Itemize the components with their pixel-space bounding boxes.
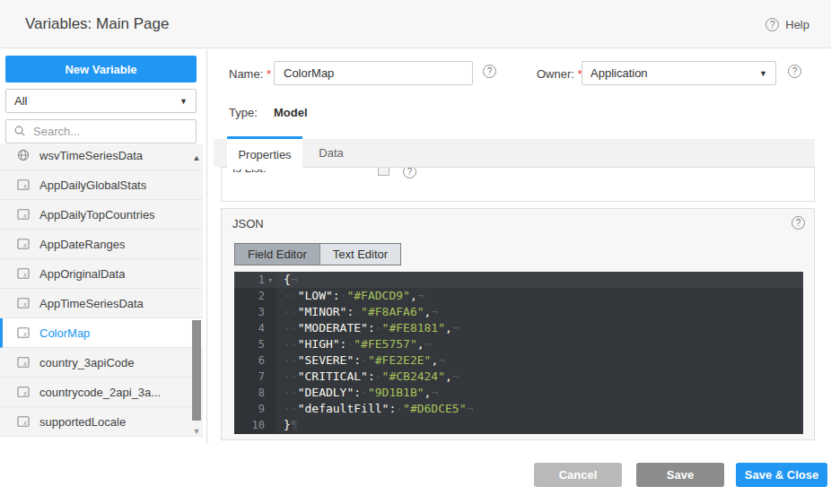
search-icon (13, 125, 28, 139)
code-line: 10}¶ (234, 417, 803, 433)
owner-help-icon[interactable]: ? (788, 65, 801, 78)
variables-page: Variables: Main Page ? Help New Variable… (0, 0, 831, 504)
variable-name: AppDailyGlobalStats (39, 178, 146, 192)
svg-text:x: x (22, 271, 27, 279)
owner-selected-value: Application (590, 66, 759, 80)
json-section-title: JSON (232, 217, 264, 230)
code-line: 1▾{¬ (234, 272, 803, 288)
code-line: 6··"SEVERE":·"#FE2E2E",¬ (234, 352, 803, 369)
svg-text:x: x (22, 330, 27, 338)
variable-name: supportedLocale (39, 415, 126, 429)
line-number: 2 (234, 288, 276, 304)
text-editor-button[interactable]: Text Editor (319, 244, 400, 265)
json-section: JSON ? Field Editor Text Editor 1▾{¬2··"… (221, 208, 815, 440)
footer-bar: Cancel Save Save & Close (0, 444, 831, 504)
line-number: 1▾ (234, 272, 276, 288)
type-label: Type: (229, 106, 258, 119)
list-scrollbar: ▲ ▼ (190, 144, 203, 443)
variable-icon: x (16, 207, 31, 222)
name-help-icon[interactable]: ? (483, 65, 496, 78)
code-line: 4··"MODERATE":·"#FE8181",¬ (234, 320, 803, 336)
line-number: 3 (234, 304, 276, 320)
chevron-down-icon: ▼ (179, 97, 188, 106)
help-button[interactable]: ? Help (765, 0, 809, 48)
variable-list-item[interactable]: xcountry_3apiCode (0, 348, 203, 378)
variable-list-item[interactable]: xcountrycode_2api_3a... (0, 378, 203, 407)
variable-name: countrycode_2api_3a... (39, 386, 161, 399)
variable-list-item[interactable]: xAppDailyGlobalStats (0, 170, 203, 200)
new-variable-button[interactable]: New Variable (5, 56, 197, 83)
variable-filter-select[interactable]: All ▼ (5, 89, 197, 113)
svg-text:x: x (22, 212, 27, 220)
variable-list: wsvTimeSeriesDataxAppDailyGlobalStatsxAp… (0, 144, 206, 443)
globe-icon (16, 148, 31, 162)
code-line: 2··"LOW":·"#FADCD9",¬ (234, 288, 803, 304)
page-title: Variables: Main Page (25, 0, 169, 48)
code-line: 8··"DEADLY":·"9D1B1B",¬ (234, 385, 803, 401)
json-help-icon[interactable]: ? (792, 216, 805, 230)
scroll-down-icon[interactable]: ▼ (190, 427, 203, 436)
required-marker: * (267, 67, 271, 81)
line-number: 7 (234, 369, 276, 385)
name-input[interactable] (274, 61, 473, 85)
variables-sidebar: New Variable All ▼ wsvTimeSeriesDataxApp… (0, 49, 207, 443)
tab-properties[interactable]: Properties (227, 136, 302, 169)
line-number: 8 (234, 385, 276, 401)
page-header: Variables: Main Page ? Help (0, 0, 831, 48)
svg-text:x: x (22, 419, 27, 427)
svg-text:x: x (22, 389, 27, 397)
search-input[interactable] (33, 125, 188, 138)
save-button[interactable]: Save (636, 463, 724, 487)
field-editor-button[interactable]: Field Editor (235, 244, 319, 265)
variable-icon: x (16, 178, 31, 192)
variable-icon: x (16, 414, 31, 429)
content-area: New Variable All ▼ wsvTimeSeriesDataxApp… (0, 49, 831, 443)
owner-label: Owner: * (537, 67, 582, 81)
variable-name: AppOriginalData (39, 267, 125, 281)
name-label: Name: * (229, 67, 271, 81)
variable-list-item[interactable]: xsupportedLocale (0, 407, 203, 437)
line-number: 9 (234, 401, 276, 417)
fold-caret-icon[interactable]: ▾ (265, 272, 273, 288)
is-list-checkbox[interactable] (378, 167, 389, 176)
help-label: Help (785, 18, 809, 31)
scroll-up-icon[interactable]: ▲ (190, 153, 203, 162)
cancel-button[interactable]: Cancel (534, 463, 622, 487)
variable-list-item[interactable]: xAppDailyTopCountries (0, 200, 203, 230)
svg-text:x: x (22, 241, 27, 249)
variable-list-item[interactable]: xColorMap (0, 318, 203, 348)
variable-search (5, 119, 197, 143)
variable-name: ColorMap (39, 326, 90, 340)
type-value: Model (274, 106, 308, 119)
variable-list-item[interactable]: xAppOriginalData (0, 259, 203, 289)
variable-icon: x (16, 355, 31, 369)
variable-list-item[interactable]: xAppTimeSeriesData (0, 289, 203, 318)
chevron-down-icon: ▼ (759, 69, 767, 78)
is-list-help-icon[interactable]: ? (403, 167, 416, 178)
variable-icon: x (16, 385, 31, 399)
svg-text:x: x (22, 182, 27, 190)
save-and-close-button[interactable]: Save & Close (736, 463, 827, 487)
variable-icon: x (16, 237, 31, 251)
code-line: 7··"CRITICAL":·"#CB2424",¬ (234, 369, 803, 385)
filter-selected-value: All (14, 94, 179, 108)
variable-editor-panel: Name: * ? Owner: * Application ▼ ? Type:… (208, 49, 831, 443)
line-number: 5 (234, 336, 276, 352)
line-number: 10 (234, 417, 276, 433)
editor-mode-toggle: Field Editor Text Editor (234, 243, 401, 265)
variable-name: wsvTimeSeriesData (39, 149, 143, 162)
variable-list-item[interactable]: xAppDateRanges (0, 230, 203, 259)
variable-name: AppDailyTopCountries (39, 208, 155, 222)
variable-list-item[interactable]: wsvTimeSeriesData (0, 144, 203, 170)
line-number: 6 (234, 352, 276, 369)
properties-panel: Is List: ? (221, 167, 815, 202)
variable-icon: x (16, 296, 31, 310)
code-line: 9··"defaultFill":·"#D6DCE5"¬ (234, 401, 803, 417)
variable-name: country_3apiCode (39, 356, 135, 369)
variable-icon: x (16, 266, 31, 281)
tab-data[interactable]: Data (304, 139, 358, 167)
owner-select[interactable]: Application ▼ (582, 61, 776, 85)
svg-text:x: x (22, 300, 27, 308)
json-code-editor[interactable]: 1▾{¬2··"LOW":·"#FADCD9",¬3··"MINOR":·"#F… (234, 272, 803, 434)
scrollbar-thumb[interactable] (192, 320, 201, 421)
